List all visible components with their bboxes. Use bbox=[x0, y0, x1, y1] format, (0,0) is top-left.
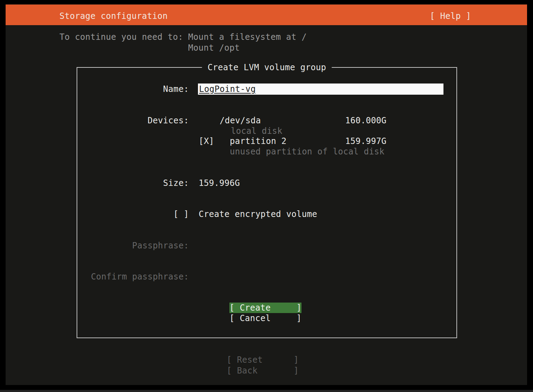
page-title: Storage configuration bbox=[59, 11, 168, 21]
create-button[interactable]: [ Create ] bbox=[229, 303, 301, 313]
notice-prefix: To continue you need to: bbox=[59, 32, 183, 42]
dialog-title: Create LVM volume group bbox=[202, 62, 332, 73]
encrypt-label[interactable]: Create encrypted volume bbox=[199, 209, 317, 219]
create-lvm-dialog: Create LVM volume group bbox=[77, 67, 457, 338]
notice-line-1: Mount a filesystem at / bbox=[188, 32, 307, 42]
encrypt-checkbox[interactable]: [ ] bbox=[173, 209, 189, 219]
partition-size: 159.997G bbox=[345, 136, 386, 146]
cancel-button[interactable]: [ Cancel ] bbox=[229, 313, 301, 324]
title-bar: Storage configuration [ Help ] bbox=[6, 5, 527, 25]
confirm-passphrase-label: Confirm passphrase: bbox=[91, 271, 189, 282]
left-frame-edge bbox=[0, 0, 6, 392]
name-input-value: LogPoint-vg bbox=[199, 84, 256, 95]
bottom-frame-edge bbox=[0, 385, 533, 390]
back-button[interactable]: [ Back ] bbox=[227, 365, 299, 376]
size-value: 159.996G bbox=[199, 178, 240, 188]
device-disk-size: 160.000G bbox=[345, 115, 386, 126]
partition-checkbox[interactable]: [X] bbox=[199, 136, 214, 146]
help-button[interactable]: [ Help ] bbox=[430, 11, 471, 21]
right-frame-edge bbox=[527, 0, 533, 392]
reset-button[interactable]: [ Reset ] bbox=[227, 355, 299, 365]
passphrase-label: Passphrase: bbox=[132, 240, 189, 251]
installer-screen: Storage configuration [ Help ] To contin… bbox=[0, 0, 533, 392]
devices-label: Devices: bbox=[148, 115, 189, 126]
name-input[interactable]: LogPoint-vg bbox=[198, 84, 443, 95]
notice-line-2: Mount /opt bbox=[188, 43, 240, 53]
size-label: Size: bbox=[163, 178, 189, 188]
name-label: Name: bbox=[163, 84, 189, 94]
device-disk-name: /dev/sda bbox=[220, 115, 261, 126]
partition-desc: unused partition of local disk bbox=[230, 146, 384, 157]
partition-name[interactable]: partition 2 bbox=[230, 136, 286, 146]
bottom-window-edge bbox=[0, 390, 533, 392]
device-disk-desc: local disk bbox=[231, 126, 282, 136]
